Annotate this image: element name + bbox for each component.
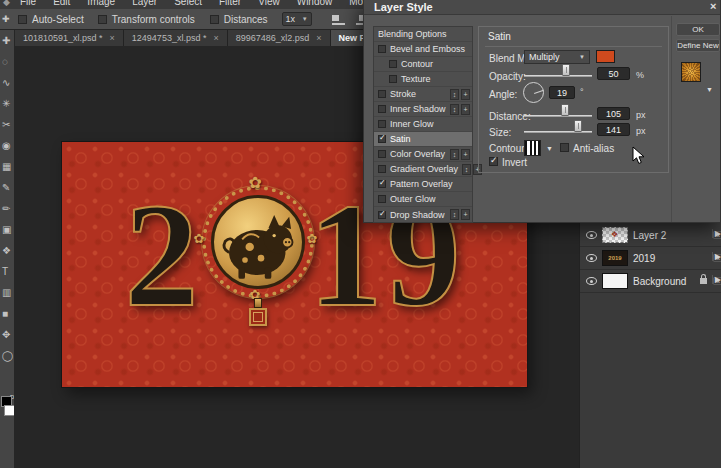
dialog-title-bar[interactable]: Layer Style × — [364, 0, 720, 15]
style-checkbox[interactable] — [378, 105, 386, 113]
menu-select[interactable]: Select — [174, 0, 202, 7]
opacity-slider[interactable] — [524, 69, 592, 83]
add-instance-icon[interactable]: + — [461, 149, 470, 160]
ok-button[interactable]: OK — [676, 23, 720, 36]
close-icon[interactable]: × — [213, 33, 218, 43]
auto-select-checkbox[interactable] — [18, 15, 27, 24]
menu-file[interactable]: File — [20, 0, 36, 7]
add-instance-icon[interactable]: + — [461, 209, 470, 220]
shape-tool-icon[interactable]: ■ — [0, 303, 14, 324]
angle-value-field[interactable]: 19 — [549, 86, 575, 99]
pencil-tool-icon[interactable]: ✏ — [0, 198, 14, 219]
style-checkbox[interactable] — [378, 90, 386, 98]
visibility-eye-icon[interactable] — [586, 231, 597, 239]
crop-tool-icon[interactable]: ✂ — [0, 114, 14, 135]
layer-thumbnail[interactable]: 2019 — [602, 250, 628, 266]
close-icon[interactable]: × — [316, 33, 321, 43]
layer-name[interactable]: Layer 2 — [633, 230, 708, 241]
size-value-field[interactable]: 141 — [597, 123, 630, 136]
close-icon[interactable]: × — [110, 33, 115, 43]
layer-name[interactable]: Background — [633, 276, 695, 287]
chevron-down-icon[interactable]: ▼ — [546, 145, 553, 152]
reorder-icon[interactable]: ↕ — [462, 164, 471, 175]
layer-row-background[interactable]: Background fx ▶ — [580, 270, 721, 293]
style-checkbox[interactable] — [378, 45, 386, 53]
style-checkbox[interactable] — [378, 120, 386, 128]
satin-color-swatch[interactable] — [596, 50, 615, 63]
add-instance-icon[interactable]: + — [461, 89, 470, 100]
style-item-outer-glow[interactable]: Outer Glow — [374, 192, 472, 207]
style-checkbox[interactable] — [389, 75, 397, 83]
style-item-pattern-overlay[interactable]: Pattern Overlay — [374, 177, 472, 192]
marquee-tool-icon[interactable]: ◌ — [0, 51, 14, 72]
menu-image[interactable]: Image — [87, 0, 115, 7]
invert-checkbox[interactable] — [489, 157, 498, 166]
transform-controls-option[interactable]: Transform controls — [98, 14, 195, 25]
tab-document-3[interactable]: 89967486_xl2.psd × — [228, 30, 331, 46]
menu-window[interactable]: Window — [297, 0, 333, 7]
reorder-icon[interactable]: ↕ — [450, 104, 459, 115]
style-item-stroke[interactable]: Stroke ↕+ — [374, 87, 472, 102]
reorder-icon[interactable]: ↕ — [450, 209, 459, 220]
move-tool-icon[interactable]: ✚ — [0, 30, 14, 51]
gradient-tool-icon[interactable]: ▥ — [0, 282, 14, 303]
style-checkbox[interactable] — [378, 165, 386, 173]
stamp-tool-icon[interactable]: ▣ — [0, 219, 14, 240]
healing-tool-icon[interactable]: ❖ — [0, 240, 14, 261]
style-item-satin-selected[interactable]: Satin — [374, 132, 472, 147]
style-checkbox[interactable] — [378, 150, 386, 158]
distances-checkbox[interactable] — [210, 15, 219, 24]
opacity-value-field[interactable]: 50 — [597, 67, 630, 80]
style-item-texture[interactable]: Texture — [374, 72, 472, 87]
layer-row-2019[interactable]: 2019 2019 fx ▶ — [580, 247, 721, 270]
auto-select-option[interactable]: Auto-Select — [18, 14, 84, 25]
style-item-color-overlay[interactable]: Color Overlay ↕+ — [374, 147, 472, 162]
close-icon[interactable]: × — [710, 0, 721, 12]
visibility-eye-icon[interactable] — [586, 277, 597, 285]
blend-mode-dropdown[interactable]: Multiply ▼ — [524, 50, 590, 64]
layer-thumbnail[interactable] — [602, 273, 628, 289]
style-item-bevel-and-emboss[interactable]: Bevel and Emboss — [374, 42, 472, 57]
style-checkbox-checked[interactable] — [378, 180, 386, 188]
define-new-button[interactable]: Define New — [676, 39, 720, 52]
style-item-blending-options[interactable]: Blending Options — [374, 27, 472, 42]
quick-selection-tool-icon[interactable]: ✳ — [0, 93, 14, 114]
style-item-inner-glow[interactable]: Inner Glow — [374, 117, 472, 132]
menu-view[interactable]: View — [258, 0, 280, 7]
reorder-icon[interactable]: ↕ — [450, 149, 459, 160]
style-checkbox-checked[interactable] — [378, 135, 386, 143]
expand-arrow-icon[interactable]: ▶ — [712, 252, 721, 261]
brush-tool-icon[interactable]: ✎ — [0, 177, 14, 198]
expand-arrow-icon[interactable]: ▶ — [712, 229, 721, 238]
distance-value-field[interactable]: 105 — [597, 107, 630, 120]
style-item-inner-shadow[interactable]: Inner Shadow ↕+ — [374, 102, 472, 117]
anti-alias-checkbox[interactable] — [560, 143, 569, 152]
recompose-tool-icon[interactable]: ▦ — [0, 156, 14, 177]
style-item-drop-shadow[interactable]: Drop Shadow ↕+ — [374, 207, 472, 222]
lasso-tool-icon[interactable]: ∿ — [0, 72, 14, 93]
eye-tool-icon[interactable]: ◉ — [0, 135, 14, 156]
align-left-icon[interactable] — [332, 13, 345, 25]
zoom-factor-dropdown[interactable]: 1x ▼ — [282, 12, 312, 26]
contour-picker[interactable] — [524, 140, 541, 156]
menu-filter[interactable]: Filter — [219, 0, 241, 7]
transform-controls-checkbox[interactable] — [98, 15, 107, 24]
expand-arrow-icon[interactable]: ▶ — [712, 275, 721, 284]
style-preview-thumbnail[interactable] — [681, 62, 701, 82]
tab-document-1[interactable]: 101810591_xl.psd * × — [15, 30, 124, 46]
visibility-eye-icon[interactable] — [586, 254, 597, 262]
style-item-contour[interactable]: Contour — [374, 57, 472, 72]
style-checkbox[interactable] — [378, 195, 386, 203]
layer-name[interactable]: 2019 — [633, 253, 708, 264]
distances-option[interactable]: Distances — [210, 14, 268, 25]
angle-dial[interactable] — [523, 82, 544, 103]
size-slider[interactable] — [524, 125, 592, 139]
style-item-gradient-overlay[interactable]: Gradient Overlay ↕+ — [374, 162, 472, 177]
chevron-down-icon[interactable]: ▼ — [706, 86, 713, 93]
layer-thumbnail[interactable] — [602, 227, 628, 243]
reorder-icon[interactable]: ↕ — [450, 89, 459, 100]
menu-edit[interactable]: Edit — [53, 0, 70, 7]
tab-document-2[interactable]: 12494753_xl.psd * × — [124, 30, 228, 46]
style-checkbox[interactable] — [389, 60, 397, 68]
background-color-swatch[interactable] — [4, 405, 15, 416]
